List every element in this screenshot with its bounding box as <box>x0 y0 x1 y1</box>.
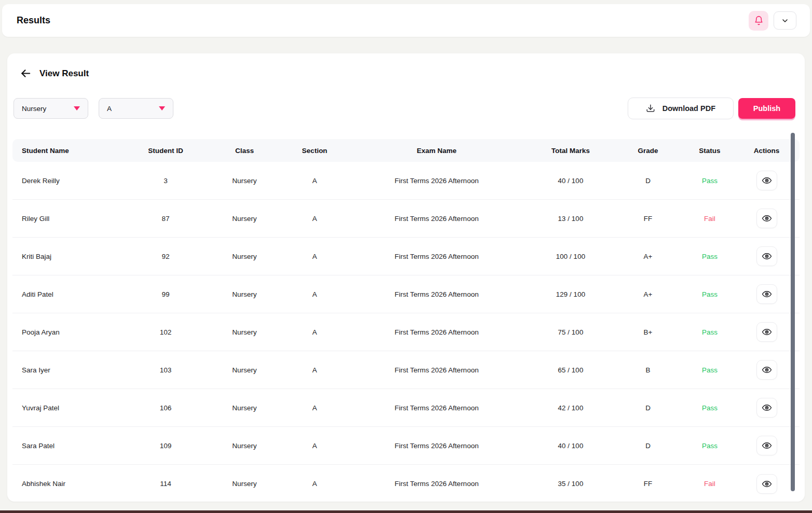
column-header-actions: Actions <box>734 147 800 155</box>
cell-student-id: 99 <box>129 290 202 298</box>
cell-grade: FF <box>610 480 686 488</box>
column-header-exam-name: Exam Name <box>342 147 531 155</box>
cell-student-name: Sara Patel <box>12 442 129 450</box>
table-scrollbar[interactable] <box>791 133 795 491</box>
cell-section: A <box>287 177 342 185</box>
section-select-value: A <box>107 105 112 113</box>
cell-status: Fail <box>686 480 734 488</box>
table-row: Pooja Aryan 102 Nursery A First Terms 20… <box>12 313 800 351</box>
cell-status: Pass <box>686 328 734 336</box>
eye-icon <box>762 479 772 489</box>
cell-exam-name: First Terms 2026 Afternoon <box>342 328 531 336</box>
view-result-row-button[interactable] <box>756 398 777 418</box>
bottom-border-bar <box>0 510 812 513</box>
cell-actions <box>734 209 800 228</box>
cell-grade: B+ <box>610 328 686 336</box>
cell-section: A <box>287 442 342 450</box>
table-row: Sara Patel 109 Nursery A First Terms 202… <box>12 427 800 465</box>
cell-actions <box>734 322 800 342</box>
cell-student-name: Pooja Aryan <box>12 328 129 336</box>
cell-total-marks: 65 / 100 <box>531 366 610 374</box>
download-pdf-button[interactable]: Download PDF <box>628 98 734 119</box>
cell-section: A <box>287 328 342 336</box>
cell-student-name: Aditi Patel <box>12 290 129 298</box>
cell-student-id: 102 <box>129 328 202 336</box>
download-icon <box>646 104 655 113</box>
collapse-button[interactable] <box>774 11 796 30</box>
cell-section: A <box>287 480 342 488</box>
cell-exam-name: First Terms 2026 Afternoon <box>342 404 531 412</box>
view-result-row-button[interactable] <box>756 360 777 380</box>
top-bar-actions <box>749 11 796 31</box>
cell-class: Nursery <box>202 253 287 260</box>
view-result-row-button[interactable] <box>756 246 777 266</box>
table-row: Derek Reilly 3 Nursery A First Terms 202… <box>12 162 800 200</box>
column-header-section: Section <box>287 147 342 155</box>
cell-status: Pass <box>686 177 734 185</box>
cell-class: Nursery <box>202 290 287 298</box>
cell-class: Nursery <box>202 442 287 450</box>
publish-button[interactable]: Publish <box>738 98 795 119</box>
page-title: Results <box>17 15 50 26</box>
cell-exam-name: First Terms 2026 Afternoon <box>342 290 531 298</box>
cell-section: A <box>287 290 342 298</box>
cell-class: Nursery <box>202 404 287 412</box>
caret-down-icon <box>74 106 80 110</box>
notifications-button[interactable] <box>749 11 768 31</box>
table-header-row: Student Name Student ID Class Section Ex… <box>12 139 800 162</box>
cell-section: A <box>287 366 342 374</box>
view-result-row-button[interactable] <box>756 322 777 342</box>
cell-student-id: 109 <box>129 442 202 450</box>
cell-student-name: Kriti Bajaj <box>12 253 129 260</box>
cell-student-id: 114 <box>129 480 202 488</box>
section-select[interactable]: A <box>99 98 173 119</box>
cell-grade: D <box>610 177 686 185</box>
cell-status: Pass <box>686 253 734 260</box>
cell-exam-name: First Terms 2026 Afternoon <box>342 177 531 185</box>
cell-status: Pass <box>686 290 734 298</box>
table-row: Sara Iyer 103 Nursery A First Terms 2026… <box>12 351 800 389</box>
table-body: Derek Reilly 3 Nursery A First Terms 202… <box>12 162 800 503</box>
cell-section: A <box>287 253 342 260</box>
view-result-row-button[interactable] <box>756 171 777 190</box>
cell-student-name: Riley Gill <box>12 215 129 223</box>
cell-total-marks: 75 / 100 <box>531 328 610 336</box>
column-header-student-name: Student Name <box>12 147 129 155</box>
column-header-total-marks: Total Marks <box>531 147 610 155</box>
cell-grade: D <box>610 442 686 450</box>
cell-exam-name: First Terms 2026 Afternoon <box>342 480 531 488</box>
cell-total-marks: 40 / 100 <box>531 177 610 185</box>
cell-actions <box>734 284 800 304</box>
cell-grade: B <box>610 366 686 374</box>
eye-icon <box>762 213 772 224</box>
cell-student-id: 103 <box>129 366 202 374</box>
cell-class: Nursery <box>202 328 287 336</box>
view-result-row-button[interactable] <box>756 209 777 228</box>
cell-actions <box>734 246 800 266</box>
view-result-row-button[interactable] <box>756 474 777 494</box>
cell-grade: D <box>610 404 686 412</box>
cell-total-marks: 42 / 100 <box>531 404 610 412</box>
cell-student-id: 87 <box>129 215 202 223</box>
bell-icon <box>754 16 764 25</box>
cell-student-name: Abhishek Nair <box>12 480 129 488</box>
view-result-row-button[interactable] <box>756 436 777 455</box>
back-button[interactable] <box>20 67 32 79</box>
cell-total-marks: 13 / 100 <box>531 215 610 223</box>
cell-student-name: Yuvraj Patel <box>12 404 129 412</box>
cell-student-id: 3 <box>129 177 202 185</box>
cell-grade: FF <box>610 215 686 223</box>
cell-actions <box>734 436 800 455</box>
arrow-left-icon <box>20 67 32 79</box>
cell-actions <box>734 474 800 494</box>
cell-exam-name: First Terms 2026 Afternoon <box>342 215 531 223</box>
eye-icon <box>762 289 772 299</box>
table-row: Riley Gill 87 Nursery A First Terms 2026… <box>12 200 800 238</box>
view-result-row-button[interactable] <box>756 284 777 304</box>
table-row: Kriti Bajaj 92 Nursery A First Terms 202… <box>12 238 800 275</box>
cell-exam-name: First Terms 2026 Afternoon <box>342 442 531 450</box>
class-select[interactable]: Nursery <box>13 98 88 119</box>
cell-student-name: Sara Iyer <box>12 366 129 374</box>
eye-icon <box>762 175 772 186</box>
cell-class: Nursery <box>202 480 287 488</box>
